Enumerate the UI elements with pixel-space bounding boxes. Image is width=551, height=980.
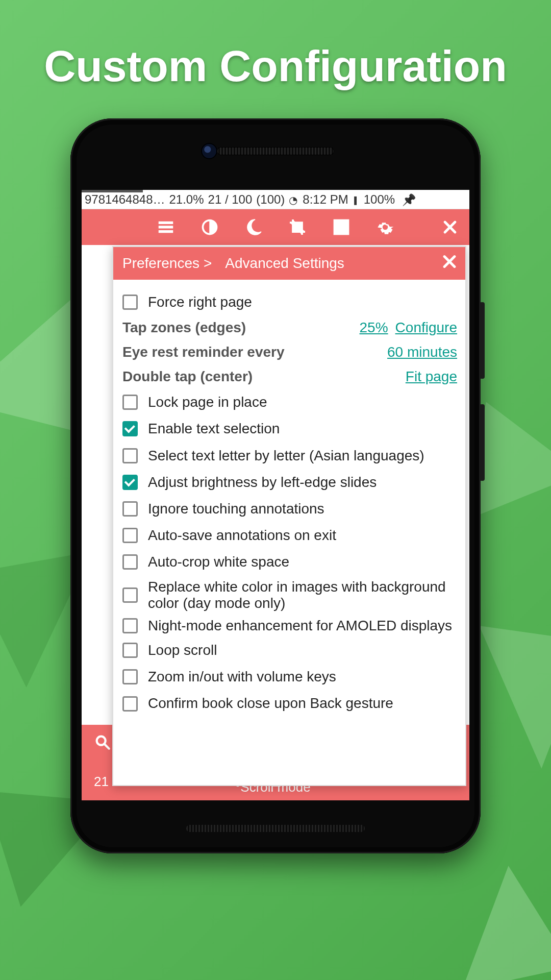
fit-screen-icon[interactable] [331,217,352,237]
status-battery: 100% [364,192,395,207]
checkbox-label: Replace white color in images with backg… [148,579,457,611]
checkbox[interactable] [122,421,138,436]
pref-brightness-edge[interactable]: Adjust brightness by left-edge slides [122,469,457,496]
pref-lock-page[interactable]: Lock page in place [122,389,457,415]
checkbox-label: Auto-save annotations on exit [148,527,336,544]
breadcrumb-root[interactable]: Preferences [122,255,199,272]
volume-up-button [480,302,485,379]
checkbox[interactable] [122,501,138,517]
checkbox-label: Loop scroll [148,642,217,658]
config-label: Double tap (center) [122,369,398,385]
screen: 9781464848… 21.0% 21 / 100 (100) 8:12 PM… [82,190,469,800]
pref-autosave-annotations[interactable]: Auto-save annotations on exit [122,522,457,549]
promo-title: Custom Configuration [0,41,551,91]
checkbox[interactable] [122,448,138,463]
crop-icon[interactable] [287,217,308,237]
config-label: Tap zones (edges) [122,320,353,336]
breadcrumb-separator: > [204,255,212,272]
tap-zones-configure-link[interactable]: Configure [395,320,457,336]
pref-zoom-volume-keys[interactable]: Zoom in/out with volume keys [122,664,457,690]
progress-meter [82,190,143,192]
status-file-id: 9781464848… [85,192,165,207]
preferences-dialog: Preferences > Advanced Settings Force ri… [112,246,466,786]
checkbox-label: Ignore touching annotations [148,501,324,517]
eye-rest-value-link[interactable]: 60 minutes [387,344,457,360]
checkbox[interactable] [122,295,138,310]
device-frame: 9781464848… 21.0% 21 / 100 (100) 8:12 PM… [70,118,481,853]
pref-enable-text-selection[interactable]: Enable text selection [122,415,457,442]
checkbox[interactable] [122,587,138,603]
pref-eye-rest: Eye rest reminder every 60 minutes [122,340,457,364]
checkbox-label: Night-mode enhancement for AMOLED displa… [148,618,452,634]
checkbox[interactable] [122,618,138,633]
top-toolbar [82,209,469,245]
pref-autocrop-whitespace[interactable]: Auto-crop white space [122,549,457,575]
pref-double-tap: Double tap (center) Fit page [122,364,457,389]
breadcrumb-current: Advanced Settings [225,255,344,272]
checkbox[interactable] [122,669,138,684]
battery-icon [353,192,360,207]
status-bar: 9781464848… 21.0% 21 / 100 (100) 8:12 PM… [82,190,469,209]
earpiece-speaker [217,147,334,155]
checkbox[interactable] [122,554,138,570]
checkbox[interactable] [122,696,138,712]
pref-select-letter-by-letter[interactable]: Select text letter by letter (Asian lang… [122,443,457,469]
front-camera [201,143,217,159]
moon-icon[interactable] [243,217,264,237]
checkbox-label: Auto-crop white space [148,554,289,570]
status-time: 8:12 PM [303,192,348,207]
checkbox-label: Lock page in place [148,394,267,410]
checkbox-label: Confirm book close upon Back gesture [148,695,393,712]
bottom-speaker [186,825,365,832]
checkbox[interactable] [122,475,138,490]
config-label: Eye rest reminder every [122,344,380,360]
checkbox-label: Adjust brightness by left-edge slides [148,474,377,491]
contrast-icon[interactable] [199,217,220,237]
checkbox-label: Force right page [148,294,252,310]
footer-page-number[interactable]: 21 [94,774,109,790]
pref-confirm-close[interactable]: Confirm book close upon Back gesture [122,690,457,717]
checkbox[interactable] [122,643,138,658]
pref-replace-white[interactable]: Replace white color in images with backg… [122,576,457,615]
pref-loop-scroll[interactable]: Loop scroll [122,637,457,664]
pref-amoled-night[interactable]: Night-mode enhancement for AMOLED displa… [122,615,457,637]
dialog-header: Preferences > Advanced Settings [113,247,465,280]
dialog-body[interactable]: Force right page Tap zones (edges) 25% C… [113,280,465,721]
status-zoom: 21.0% [169,192,204,207]
pref-force-right-page[interactable]: Force right page [122,289,457,315]
checkbox-label: Zoom in/out with volume keys [148,669,336,685]
checkbox-label: Select text letter by letter (Asian lang… [148,448,424,464]
clock-icon [289,192,298,207]
search-icon[interactable] [94,733,111,754]
checkbox[interactable] [122,395,138,410]
double-tap-value-link[interactable]: Fit page [406,369,457,385]
pref-tap-zones: Tap zones (edges) 25% Configure [122,315,457,340]
close-dialog-icon[interactable] [441,253,458,274]
volume-down-button [480,404,485,481]
checkbox-label: Enable text selection [148,421,280,437]
gear-icon[interactable] [375,217,395,237]
tap-zones-percent-link[interactable]: 25% [360,320,388,336]
close-toolbar-icon[interactable] [440,217,460,237]
status-page: 21 / 100 [208,192,253,207]
status-total: (100) [256,192,285,207]
pref-ignore-annotations[interactable]: Ignore touching annotations [122,496,457,522]
menu-icon[interactable] [156,217,176,237]
checkbox[interactable] [122,528,138,543]
pin-icon[interactable] [399,192,416,207]
